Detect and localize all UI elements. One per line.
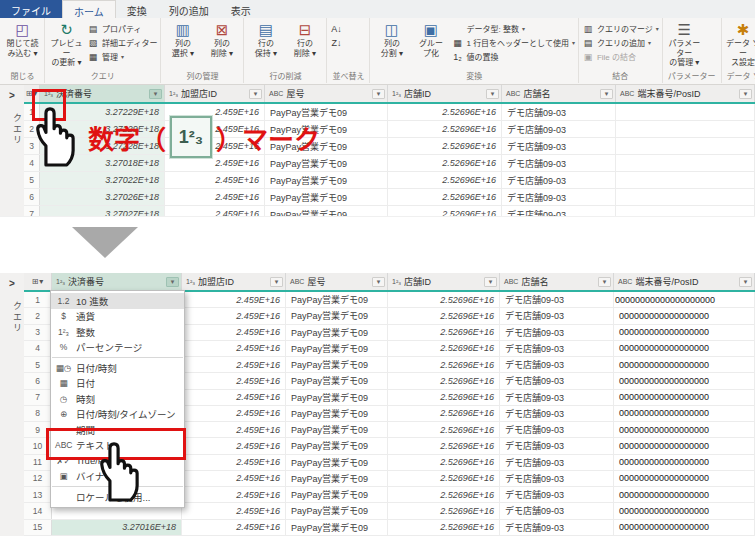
menu-item-date-time-timezone[interactable]: ⊕日付/時刻/タイムゾーン [51, 407, 184, 423]
group-label-close: 閉じる [4, 70, 41, 83]
table-corner-button[interactable]: ⊞▾ [24, 273, 52, 290]
row-number[interactable]: 12 [24, 471, 52, 486]
column-header-store-id[interactable]: 1²₃店舗ID▾ [388, 85, 502, 102]
remove-columns-button[interactable]: ⊠列の 削除 ▾ [203, 19, 240, 58]
append-queries-icon: ▤ [582, 38, 594, 48]
column-header-store-id[interactable]: 1²₃店舗ID▾ [388, 273, 500, 290]
column-header-settlement-number[interactable]: 1²₃決済番号▾ [52, 273, 182, 290]
manage-icon: ▦ [87, 52, 99, 62]
filter-dropdown-icon[interactable]: ▾ [372, 277, 385, 287]
row-number[interactable]: 3 [24, 325, 52, 340]
column-header-trade-name[interactable]: ABC屋号▾ [286, 273, 388, 290]
filter-dropdown-icon[interactable]: ▾ [486, 89, 499, 99]
tab-add-column[interactable]: 列の追加 [158, 0, 220, 18]
cell-merchant-id: 2.459E+16 [182, 341, 286, 356]
cell-merchant-id: 2.459E+16 [165, 172, 265, 188]
menu-item-date-time[interactable]: ▦◷日付/時刻 [51, 360, 184, 376]
cell-store-id: 2.52696E+16 [388, 406, 500, 421]
cell-store-name: デモ店舗09-03 [500, 373, 614, 388]
manage-parameters-button[interactable]: ☰パラメーター の管理 ▾ [666, 19, 703, 68]
menu-item-whole-number[interactable]: 1²₃整数 [51, 324, 184, 340]
filter-dropdown-icon[interactable]: ▾ [598, 277, 611, 287]
row-number[interactable]: 6 [24, 373, 52, 388]
row-number[interactable]: 7 [24, 390, 52, 405]
tab-transform[interactable]: 変換 [116, 0, 158, 18]
row-number[interactable]: 8 [24, 406, 52, 421]
column-header-store-name[interactable]: ABC店舗名▾ [502, 85, 616, 102]
cell-settlement-number: 3.27027E+18 [40, 206, 165, 217]
group-by-icon: ▣ [424, 21, 438, 39]
column-header-terminal-posid[interactable]: ABC端末番号/PosID▾ [614, 273, 755, 290]
menu-item-decimal-number[interactable]: 1.210 進数 [51, 293, 184, 309]
menu-item-currency[interactable]: $通貨 [51, 309, 184, 325]
close-and-load-button[interactable]: ◰閉じて読 み込む ▾ [4, 19, 41, 58]
filter-dropdown-icon[interactable]: ▾ [739, 277, 752, 287]
filter-dropdown-icon[interactable]: ▾ [166, 277, 179, 287]
keep-rows-button[interactable]: ▤行の 保持 ▾ [247, 19, 284, 58]
row-number[interactable]: 15 [24, 520, 52, 535]
split-column-button[interactable]: ◫列の 分割 ▾ [373, 19, 410, 58]
sort-ascending-button[interactable]: A↓ [330, 22, 345, 35]
menu-icon-percentage: % [55, 342, 72, 352]
filter-dropdown-icon[interactable]: ▾ [270, 277, 283, 287]
row-number[interactable]: 14 [24, 503, 52, 518]
append-queries-button[interactable]: ▤クエリの追加▾ [582, 36, 659, 49]
filter-dropdown-icon[interactable]: ▾ [249, 89, 262, 99]
filter-dropdown-icon[interactable]: ▾ [739, 89, 752, 99]
use-first-row-as-headers-button[interactable]: ▦1 行目をヘッダーとして使用▾ [451, 36, 574, 49]
group-by-button[interactable]: ▣グルー プ化 [412, 19, 449, 58]
row-number[interactable]: 5 [24, 357, 52, 372]
filter-dropdown-icon[interactable]: ▾ [600, 89, 613, 99]
cell-merchant-id: 2.459E+16 [182, 455, 286, 470]
menu-item-time[interactable]: ◷時刻 [51, 391, 184, 407]
expand-queries-chevron[interactable]: > [0, 273, 24, 289]
menu-item-percentage[interactable]: %パーセンテージ [51, 340, 184, 356]
column-header-terminal-posid[interactable]: ABC端末番号/PosID▾ [616, 85, 755, 102]
remove-rows-button[interactable]: ⊟行の 削除 ▾ [286, 19, 323, 58]
merge-queries-button[interactable]: ▥クエリのマージ▾ [582, 22, 659, 35]
column-header-merchant-id[interactable]: 1²₃加盟店ID▾ [165, 85, 265, 102]
tab-home[interactable]: ホーム [62, 0, 116, 18]
numeric-type-icon: 1²₃ [56, 278, 65, 285]
replace-values-button[interactable]: 1₂値の置換 [451, 50, 574, 63]
column-header-merchant-id[interactable]: 1²₃加盟店ID▾ [182, 273, 286, 290]
filter-dropdown-icon[interactable]: ▾ [149, 89, 162, 99]
manage-button[interactable]: ▦管理▾ [87, 50, 157, 63]
row-number[interactable]: 13 [24, 487, 52, 502]
row-number[interactable]: 2 [24, 308, 52, 323]
choose-columns-button[interactable]: ▥列の 選択 ▾ [164, 19, 201, 58]
data-source-settings-button[interactable]: ✱データ ソー ス設定 [725, 19, 755, 68]
filter-dropdown-icon[interactable]: ▾ [372, 89, 385, 99]
table-row: 153.27016E+182.459E+16PayPay営業デモ092.5269… [24, 520, 755, 536]
column-header-trade-name[interactable]: ABC屋号▾ [265, 85, 388, 102]
advanced-editor-button[interactable]: ▧詳細エディター [87, 36, 157, 49]
column-header-store-name[interactable]: ABC店舗名▾ [500, 273, 614, 290]
menu-item-date[interactable]: ▦日付 [51, 376, 184, 392]
annotation-prefix: 数字（ [88, 119, 166, 156]
row-number[interactable]: 5 [24, 172, 40, 188]
cell-trade-name: PayPay営業デモ09 [286, 422, 388, 437]
row-number[interactable]: 6 [24, 189, 40, 205]
menu-icon-time: ◷ [55, 394, 72, 404]
row-number[interactable]: 1 [24, 292, 52, 307]
row-number[interactable]: 4 [24, 341, 52, 356]
tab-file[interactable]: ファイル [0, 0, 62, 18]
refresh-preview-button[interactable]: ↻プレビュー の更新 ▾ [48, 19, 85, 68]
group-label-transform: 変換 [373, 70, 574, 83]
data-type-button[interactable]: データ型: 整数▾ [451, 22, 574, 35]
cell-store-name: デモ店舗09-03 [502, 138, 616, 154]
filter-dropdown-icon[interactable]: ▾ [484, 277, 497, 287]
sort-descending-button[interactable]: Z↓ [330, 36, 345, 49]
cell-settlement-number: 3.27016E+18 [52, 520, 182, 535]
cell-store-id: 2.52696E+16 [388, 292, 500, 307]
cell-trade-name: PayPay営業デモ09 [286, 455, 388, 470]
cell-store-id: 2.52696E+16 [388, 438, 500, 453]
dropdown-caret-icon: ▾ [648, 39, 651, 46]
expand-queries-chevron[interactable]: > [0, 85, 24, 101]
text-type-icon: ABC [506, 90, 520, 97]
properties-button[interactable]: ▤プロパティ [87, 22, 157, 35]
row-number[interactable]: 7 [24, 206, 40, 217]
hand-cursor-icon [26, 103, 84, 169]
tab-view[interactable]: 表示 [220, 0, 262, 18]
cell-merchant-id: 2.459E+16 [182, 390, 286, 405]
